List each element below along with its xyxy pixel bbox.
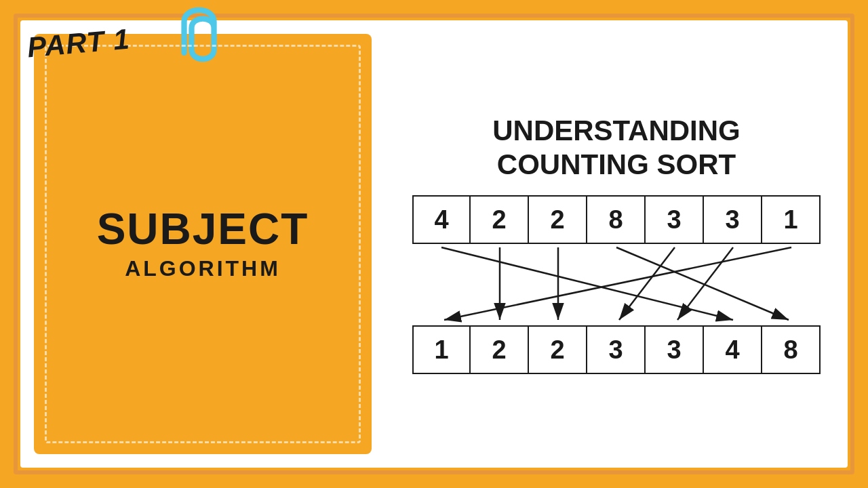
svg-line-7	[444, 247, 791, 320]
out-cell-1: 2	[471, 325, 529, 374]
paperclip-icon	[176, 0, 230, 75]
out-cell-5: 4	[704, 325, 762, 374]
outer-border: PART 1 SUBJECT ALGORITHM UNDERSTANDiNG C…	[14, 14, 854, 474]
out-cell-6: 8	[762, 325, 821, 374]
cell-4: 3	[646, 195, 704, 244]
svg-line-1	[441, 247, 733, 320]
subject-text: SUBJECT	[97, 207, 309, 251]
cell-5: 3	[704, 195, 762, 244]
arrows-svg	[412, 244, 821, 325]
part-label: PART 1	[26, 22, 131, 64]
arrows-container	[412, 244, 821, 325]
cell-3: 8	[587, 195, 646, 244]
inner-container: PART 1 SUBJECT ALGORITHM UNDERSTANDiNG C…	[20, 20, 848, 468]
input-array: 4 2 2 8 3 3 1	[412, 195, 821, 244]
svg-line-4	[616, 247, 789, 320]
left-content: SUBJECT ALGORITHM	[97, 207, 309, 281]
title-line2: COUNTiNG SORT	[492, 148, 741, 182]
output-array: 1 2 2 3 3 4 8	[412, 325, 821, 374]
out-cell-2: 2	[529, 325, 587, 374]
out-cell-4: 3	[646, 325, 704, 374]
out-cell-0: 1	[412, 325, 471, 374]
cell-6: 1	[762, 195, 821, 244]
title-block: UNDERSTANDiNG COUNTiNG SORT	[492, 114, 741, 182]
svg-line-5	[619, 247, 675, 320]
algorithm-text: ALGORITHM	[125, 256, 281, 281]
cell-1: 2	[471, 195, 529, 244]
svg-line-6	[677, 247, 733, 320]
left-panel: PART 1 SUBJECT ALGORITHM	[34, 34, 372, 454]
cell-0: 4	[412, 195, 471, 244]
out-cell-3: 3	[587, 325, 646, 374]
cell-2: 2	[529, 195, 587, 244]
title-line1: UNDERSTANDiNG	[492, 114, 741, 148]
right-panel: UNDERSTANDiNG COUNTiNG SORT 4 2 2 8 3 3 …	[385, 20, 848, 468]
arrays-section: 4 2 2 8 3 3 1	[412, 195, 821, 374]
